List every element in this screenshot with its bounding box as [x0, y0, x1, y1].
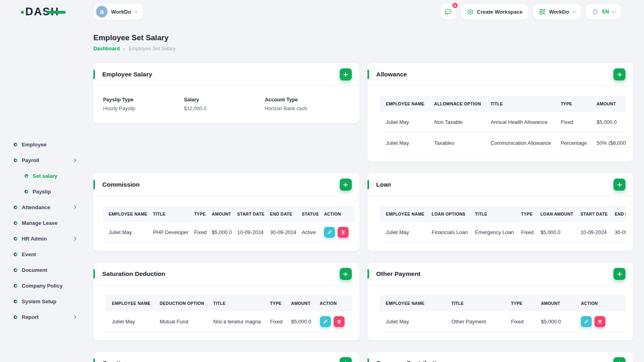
logo-bar-accent — [46, 11, 66, 14]
table-cell: Juliet May — [380, 311, 447, 332]
column-header: DEDUCTION OPTION — [156, 295, 209, 311]
column-header: STATUS — [299, 206, 322, 222]
table-cell: Fixed — [506, 311, 536, 332]
add-saturation-deduction-button[interactable] — [340, 268, 352, 280]
table-cell: Nisi a tenetur magna — [209, 311, 266, 332]
card-header: Allowance — [367, 63, 634, 86]
dash-logo[interactable]: DASH — [25, 6, 60, 17]
sidebar-item-employee[interactable]: Employee — [5, 137, 80, 152]
column-header: EMPLOYEE NAME — [105, 295, 156, 311]
sidebar-item-system-setup[interactable]: System Setup — [5, 294, 80, 309]
sidebar-item-document[interactable]: Document — [5, 262, 80, 278]
table-header-row: EMPLOYEE NAMEDEDUCTION OPTIONTITLETYPEAM… — [105, 295, 352, 311]
bullet-icon — [14, 158, 17, 162]
sidebar-item-hr-admin[interactable]: HR Admin — [5, 231, 80, 247]
table-cell: Percentage — [556, 133, 592, 154]
table-cell: $5,000.0 — [536, 311, 576, 332]
sidebar-item-payslip[interactable]: Payslip — [5, 184, 80, 200]
logo-dot-accent — [21, 11, 24, 14]
bullet-icon — [14, 284, 17, 288]
card-title: Employee Salary — [102, 71, 152, 78]
loan-card: Loan EMPLOYEE NAMELOAN OPTIONSTITLETYPEL… — [367, 173, 634, 251]
card-header: Employee Salary — [93, 63, 359, 86]
field-value: Horizon Bank cash — [265, 106, 350, 111]
chevron-down-icon — [134, 9, 138, 13]
add-loan-button[interactable] — [613, 179, 625, 191]
edit-button[interactable] — [324, 227, 335, 238]
card-title: Company Contribution — [376, 360, 444, 362]
company-contribution-card: Company Contribution — [367, 352, 634, 362]
workdo-menu-button[interactable]: WorkDo — [533, 4, 581, 19]
sidebar-menu: RetainerInvoicePurchasesProjectsAccounti… — [5, 26, 80, 362]
messages-button[interactable]: 0 — [441, 4, 456, 19]
create-workspace-button[interactable]: Create Workspace — [461, 4, 528, 19]
edit-button[interactable] — [320, 316, 331, 327]
column-header: ALLOWNACE OPTION — [429, 96, 486, 112]
table-cell: Active — [299, 222, 322, 243]
sidebar-item-event[interactable]: Event — [5, 247, 80, 262]
delete-button[interactable] — [334, 316, 345, 327]
trash-icon — [341, 230, 346, 235]
sidebar-item-company-policy[interactable]: Company Policy — [5, 278, 80, 294]
sidebar-item-payroll[interactable]: Payroll — [5, 152, 80, 168]
sidebar-item-label: Payslip — [33, 189, 51, 195]
column-header: EMPLOYEE NAME — [103, 206, 151, 222]
column-header: TYPE — [506, 295, 536, 311]
pencil-icon — [323, 319, 328, 324]
table-cell: Emergency Loan — [472, 222, 518, 243]
field-label: Salary — [184, 97, 265, 103]
column-header: ACTION — [322, 206, 355, 222]
bullet-icon — [25, 190, 28, 193]
add-company-contribution-button[interactable] — [613, 357, 625, 362]
sidebar-item-label: Company Policy — [22, 283, 62, 289]
sidebar: RetainerInvoicePurchasesProjectsAccounti… — [0, 23, 85, 362]
bullet-icon — [14, 253, 17, 256]
sidebar-item-report[interactable]: Report — [5, 309, 80, 325]
add-overtime-button[interactable] — [340, 357, 352, 362]
column-header: START DATE — [235, 206, 267, 222]
chevron-right-icon — [72, 206, 76, 210]
card-title: Other Payment — [376, 270, 421, 278]
add-employee-salary-button[interactable] — [340, 68, 352, 80]
sidebar-item-label: Set salary — [33, 173, 57, 179]
bullet-icon — [14, 206, 17, 209]
column-header: EMPLOYEE NAME — [380, 295, 447, 311]
sidebar-item-attendance[interactable]: Attendance — [5, 200, 80, 215]
table-wrap: EMPLOYEE NAMETITLETYPEAMOUNTACTIONJuliet… — [380, 295, 626, 332]
delete-button[interactable] — [594, 316, 605, 327]
card-header: Commission — [93, 173, 359, 196]
plus-icon — [617, 72, 622, 77]
workspace-selector[interactable]: WorkDo — [94, 4, 143, 20]
sidebar-item-set-salary[interactable]: Set salary — [5, 168, 80, 184]
card-title: Saturation Deduction — [102, 270, 165, 278]
pencil-icon — [327, 230, 332, 235]
edit-button[interactable] — [581, 316, 592, 327]
card-title: Allowance — [376, 71, 407, 78]
add-other-payment-button[interactable] — [613, 268, 625, 280]
table-cell: $5,000.0 — [537, 222, 577, 243]
delete-button[interactable] — [338, 227, 349, 238]
column-header: TITLE — [209, 295, 266, 311]
column-header: END DATE — [268, 206, 299, 222]
sidebar-item-label: Attendance — [22, 204, 50, 210]
card-header: Loan — [367, 173, 634, 196]
add-commission-button[interactable] — [340, 179, 352, 191]
table-cell: Fixed — [556, 112, 592, 133]
sidebar-item-manage-leave[interactable]: Manage Leave — [5, 215, 80, 231]
table-cell: Fixed — [192, 222, 209, 243]
plus-icon — [617, 361, 622, 362]
table-cell: $5,000.0 — [287, 311, 316, 332]
bullet-icon — [14, 143, 17, 146]
plus-icon — [617, 272, 622, 277]
column-header: TITLE — [486, 96, 556, 112]
add-allowance-button[interactable] — [613, 68, 625, 80]
row-actions — [322, 222, 355, 243]
table-cell: $5,000.0 — [592, 112, 626, 133]
building-icon — [99, 8, 105, 15]
breadcrumb-dashboard-link[interactable]: Dashboard — [93, 46, 120, 51]
language-selector[interactable]: EN — [586, 4, 621, 19]
field-payslip-type: Payslip Type Hourly Payslip — [103, 97, 184, 111]
other-payment-table: EMPLOYEE NAMETITLETYPEAMOUNTACTIONJuliet… — [380, 295, 626, 332]
table-cell: Communication Allowance — [486, 133, 556, 154]
field-value: $12,000.0 — [184, 106, 265, 111]
